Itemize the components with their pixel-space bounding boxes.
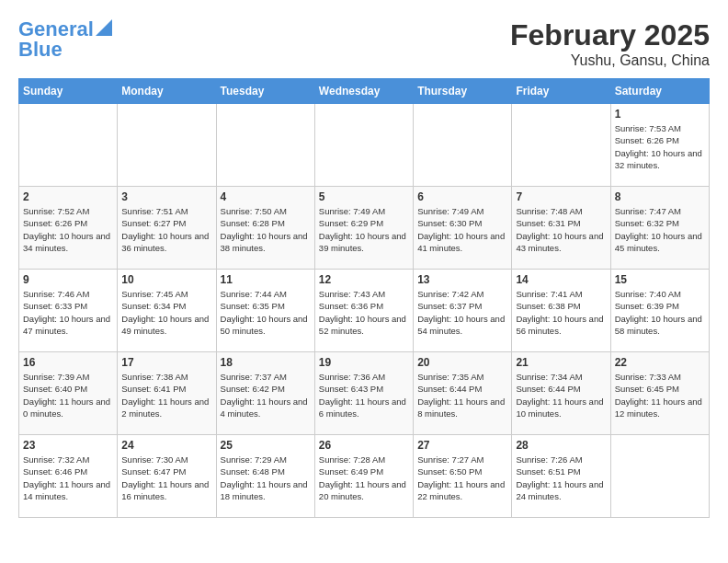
day-number: 11 (221, 273, 311, 286)
calendar-title: February 2025 (510, 18, 710, 52)
header-row: SundayMondayTuesdayWednesdayThursdayFrid… (19, 79, 710, 104)
calendar-cell: 25Sunrise: 7:29 AM Sunset: 6:48 PM Dayli… (216, 435, 314, 518)
calendar-cell: 11Sunrise: 7:44 AM Sunset: 6:35 PM Dayli… (216, 270, 314, 352)
calendar-table: SundayMondayTuesdayWednesdayThursdayFrid… (18, 78, 710, 518)
logo-arrow-icon (96, 19, 112, 36)
calendar-cell (216, 104, 314, 187)
calendar-cell: 1Sunrise: 7:53 AM Sunset: 6:26 PM Daylig… (610, 104, 709, 187)
day-number: 26 (319, 439, 409, 452)
day-info: Sunrise: 7:28 AM Sunset: 6:49 PM Dayligh… (319, 454, 406, 501)
calendar-cell: 6Sunrise: 7:49 AM Sunset: 6:30 PM Daylig… (414, 187, 512, 270)
day-info: Sunrise: 7:27 AM Sunset: 6:50 PM Dayligh… (417, 454, 505, 501)
day-number: 4 (221, 190, 311, 203)
day-info: Sunrise: 7:26 AM Sunset: 6:51 PM Dayligh… (516, 454, 603, 501)
day-info: Sunrise: 7:41 AM Sunset: 6:38 PM Dayligh… (516, 289, 603, 336)
day-info: Sunrise: 7:48 AM Sunset: 6:31 PM Dayligh… (516, 206, 603, 253)
calendar-cell: 4Sunrise: 7:50 AM Sunset: 6:28 PM Daylig… (216, 187, 314, 270)
logo-text-blue: Blue (18, 39, 63, 61)
calendar-cell: 15Sunrise: 7:40 AM Sunset: 6:39 PM Dayli… (610, 270, 709, 352)
day-number: 2 (23, 190, 113, 203)
calendar-cell: 12Sunrise: 7:43 AM Sunset: 6:36 PM Dayli… (314, 270, 413, 352)
calendar-cell: 19Sunrise: 7:36 AM Sunset: 6:43 PM Dayli… (314, 352, 413, 435)
day-number: 18 (221, 356, 311, 369)
logo: General Blue (18, 18, 112, 61)
calendar-cell: 3Sunrise: 7:51 AM Sunset: 6:27 PM Daylig… (118, 187, 216, 270)
calendar-cell (19, 104, 118, 187)
week-row-2: 2Sunrise: 7:52 AM Sunset: 6:26 PM Daylig… (19, 187, 710, 270)
header-tuesday: Tuesday (216, 79, 314, 104)
calendar-cell: 7Sunrise: 7:48 AM Sunset: 6:31 PM Daylig… (512, 187, 610, 270)
day-number: 27 (417, 439, 507, 452)
calendar-cell (118, 104, 216, 187)
calendar-cell (610, 435, 709, 518)
day-number: 1 (615, 108, 705, 121)
day-info: Sunrise: 7:34 AM Sunset: 6:44 PM Dayligh… (516, 372, 603, 419)
day-info: Sunrise: 7:46 AM Sunset: 6:33 PM Dayligh… (23, 289, 110, 336)
day-number: 24 (121, 439, 211, 452)
day-info: Sunrise: 7:33 AM Sunset: 6:45 PM Dayligh… (615, 372, 702, 419)
day-number: 9 (23, 273, 113, 286)
day-info: Sunrise: 7:47 AM Sunset: 6:32 PM Dayligh… (615, 206, 702, 253)
day-number: 13 (417, 273, 507, 286)
week-row-4: 16Sunrise: 7:39 AM Sunset: 6:40 PM Dayli… (19, 352, 710, 435)
calendar-cell: 8Sunrise: 7:47 AM Sunset: 6:32 PM Daylig… (610, 187, 709, 270)
day-info: Sunrise: 7:45 AM Sunset: 6:34 PM Dayligh… (121, 289, 209, 336)
day-number: 15 (615, 273, 705, 286)
calendar-cell: 18Sunrise: 7:37 AM Sunset: 6:42 PM Dayli… (216, 352, 314, 435)
day-number: 21 (516, 356, 606, 369)
day-number: 8 (615, 190, 705, 203)
day-number: 19 (319, 356, 409, 369)
calendar-cell: 22Sunrise: 7:33 AM Sunset: 6:45 PM Dayli… (610, 352, 709, 435)
week-row-5: 23Sunrise: 7:32 AM Sunset: 6:46 PM Dayli… (19, 435, 710, 518)
calendar-cell: 17Sunrise: 7:38 AM Sunset: 6:41 PM Dayli… (118, 352, 216, 435)
day-number: 5 (319, 190, 409, 203)
header-thursday: Thursday (414, 79, 512, 104)
calendar-cell: 2Sunrise: 7:52 AM Sunset: 6:26 PM Daylig… (19, 187, 118, 270)
calendar-cell: 24Sunrise: 7:30 AM Sunset: 6:47 PM Dayli… (118, 435, 216, 518)
calendar-cell: 16Sunrise: 7:39 AM Sunset: 6:40 PM Dayli… (19, 352, 118, 435)
day-info: Sunrise: 7:37 AM Sunset: 6:42 PM Dayligh… (221, 372, 308, 419)
day-info: Sunrise: 7:49 AM Sunset: 6:29 PM Dayligh… (319, 206, 406, 253)
calendar-cell: 26Sunrise: 7:28 AM Sunset: 6:49 PM Dayli… (314, 435, 413, 518)
day-number: 14 (516, 273, 606, 286)
calendar-cell: 28Sunrise: 7:26 AM Sunset: 6:51 PM Dayli… (512, 435, 610, 518)
day-info: Sunrise: 7:52 AM Sunset: 6:26 PM Dayligh… (23, 206, 110, 253)
day-info: Sunrise: 7:38 AM Sunset: 6:41 PM Dayligh… (121, 372, 209, 419)
day-number: 20 (417, 356, 507, 369)
calendar-cell (414, 104, 512, 187)
header-saturday: Saturday (610, 79, 709, 104)
day-info: Sunrise: 7:44 AM Sunset: 6:35 PM Dayligh… (221, 289, 308, 336)
day-info: Sunrise: 7:36 AM Sunset: 6:43 PM Dayligh… (319, 372, 406, 419)
day-number: 10 (121, 273, 211, 286)
day-number: 22 (615, 356, 705, 369)
calendar-cell: 9Sunrise: 7:46 AM Sunset: 6:33 PM Daylig… (19, 270, 118, 352)
day-info: Sunrise: 7:29 AM Sunset: 6:48 PM Dayligh… (221, 454, 308, 501)
day-info: Sunrise: 7:53 AM Sunset: 6:26 PM Dayligh… (615, 123, 702, 170)
header-monday: Monday (118, 79, 216, 104)
day-number: 16 (23, 356, 113, 369)
calendar-cell: 5Sunrise: 7:49 AM Sunset: 6:29 PM Daylig… (314, 187, 413, 270)
day-number: 23 (23, 439, 113, 452)
day-info: Sunrise: 7:49 AM Sunset: 6:30 PM Dayligh… (417, 206, 505, 253)
svg-marker-0 (96, 19, 112, 36)
calendar-cell: 14Sunrise: 7:41 AM Sunset: 6:38 PM Dayli… (512, 270, 610, 352)
day-number: 7 (516, 190, 606, 203)
calendar-cell (512, 104, 610, 187)
calendar-cell: 27Sunrise: 7:27 AM Sunset: 6:50 PM Dayli… (414, 435, 512, 518)
calendar-cell (314, 104, 413, 187)
calendar-cell: 20Sunrise: 7:35 AM Sunset: 6:44 PM Dayli… (414, 352, 512, 435)
calendar-cell: 21Sunrise: 7:34 AM Sunset: 6:44 PM Dayli… (512, 352, 610, 435)
calendar-cell: 23Sunrise: 7:32 AM Sunset: 6:46 PM Dayli… (19, 435, 118, 518)
title-block: February 2025 Yushu, Gansu, China (510, 18, 710, 69)
day-info: Sunrise: 7:39 AM Sunset: 6:40 PM Dayligh… (23, 372, 110, 419)
day-number: 6 (417, 190, 507, 203)
calendar-subtitle: Yushu, Gansu, China (510, 52, 710, 69)
week-row-1: 1Sunrise: 7:53 AM Sunset: 6:26 PM Daylig… (19, 104, 710, 187)
calendar-cell: 13Sunrise: 7:42 AM Sunset: 6:37 PM Dayli… (414, 270, 512, 352)
day-number: 28 (516, 439, 606, 452)
day-info: Sunrise: 7:32 AM Sunset: 6:46 PM Dayligh… (23, 454, 110, 501)
day-info: Sunrise: 7:51 AM Sunset: 6:27 PM Dayligh… (121, 206, 209, 253)
day-info: Sunrise: 7:42 AM Sunset: 6:37 PM Dayligh… (417, 289, 505, 336)
day-info: Sunrise: 7:50 AM Sunset: 6:28 PM Dayligh… (221, 206, 308, 253)
header-wednesday: Wednesday (314, 79, 413, 104)
